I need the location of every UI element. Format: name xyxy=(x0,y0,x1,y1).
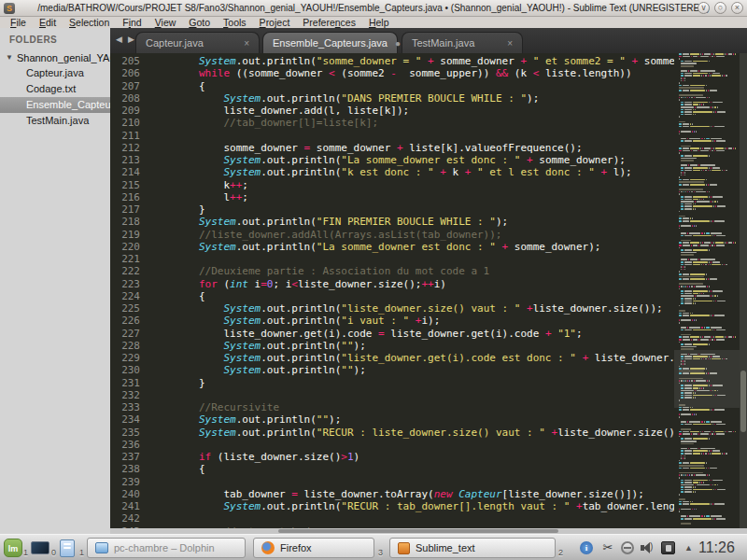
menu-view[interactable]: View xyxy=(148,17,183,28)
minimap-viewport[interactable] xyxy=(674,350,740,408)
clipboard-tray-icon[interactable]: ✂ xyxy=(600,540,615,555)
code-line[interactable]: 232 xyxy=(110,389,674,401)
minimap-line xyxy=(674,269,740,271)
tab-Capteur.java[interactable]: Capteur.java× xyxy=(135,32,260,53)
folder-view-button[interactable] xyxy=(56,537,78,559)
code-line[interactable]: 238 { xyxy=(110,463,674,475)
code-line[interactable]: 219 //liste_downer.addAll(Arrays.asList(… xyxy=(110,229,674,241)
code-line[interactable]: 226 System.out.println("i vaut : " +i); xyxy=(110,315,674,327)
minimize-button[interactable]: ∨ xyxy=(698,2,710,14)
window-titlebar[interactable]: S /media/BATHROW/Cours/PROJET S8/Fano3/S… xyxy=(0,0,747,17)
code-line[interactable]: 215 k++; xyxy=(110,179,674,191)
tab-scroll-left-icon[interactable]: ◀ xyxy=(116,35,122,44)
code-line[interactable]: 218 System.out.println("FIN PREMIER BOUC… xyxy=(110,216,674,228)
code-line[interactable]: 221 xyxy=(110,253,674,265)
show-desktop-button[interactable] xyxy=(29,537,51,559)
code-editor[interactable]: 205 System.out.println("somme_downer = "… xyxy=(110,53,747,534)
menu-file[interactable]: File xyxy=(4,17,33,28)
code-line[interactable]: 237 if (liste_downer.size()>1) xyxy=(110,451,674,463)
code-area[interactable]: 205 System.out.println("somme_downer = "… xyxy=(110,55,674,534)
code-line[interactable]: 213 System.out.println("La somme_downer … xyxy=(110,154,674,166)
code-line[interactable]: 230 System.out.println(""); xyxy=(110,364,674,376)
clock[interactable]: 11:26 xyxy=(698,535,735,560)
menu-find[interactable]: Find xyxy=(116,17,148,28)
code-line[interactable]: 233 //Recursivite xyxy=(110,401,674,413)
code-line[interactable]: 241 System.out.println("RECUR : tab_down… xyxy=(110,500,674,512)
sidebar-file-Codage.txt[interactable]: Codage.txt xyxy=(0,81,110,97)
minimap-line xyxy=(674,147,740,149)
task-button-dolphin[interactable]: pc-chambre – Dolphin xyxy=(87,538,246,558)
vertical-scrollbar[interactable] xyxy=(740,53,747,528)
notifications-tray-icon[interactable]: i xyxy=(579,540,594,555)
mint-menu-button[interactable]: lm xyxy=(2,537,24,559)
code-line[interactable]: 217 } xyxy=(110,203,674,216)
code-line[interactable]: 227 liste_downer.get(i).code = liste_dow… xyxy=(110,328,674,340)
menu-preferences[interactable]: Preferences xyxy=(296,17,362,28)
vertical-scrollbar-thumb[interactable] xyxy=(740,371,746,432)
code-line[interactable]: 228 System.out.println(""); xyxy=(110,340,674,352)
task-button-sublime[interactable]: Sublime_text xyxy=(389,538,556,558)
minimap-line xyxy=(674,102,740,104)
minimap-line xyxy=(674,164,740,166)
menu-goto[interactable]: Goto xyxy=(182,17,217,28)
code-line[interactable]: 211 xyxy=(110,130,674,142)
sidebar-file-Ensemble_Capteurs.java[interactable]: Ensemble_Capteurs.java xyxy=(0,97,110,113)
code-line[interactable]: 224 { xyxy=(110,290,674,302)
code-line[interactable]: 208 System.out.println("DANS PREMIER BOU… xyxy=(110,92,674,105)
code-line[interactable]: 220 System.out.println("La somme_downer … xyxy=(110,241,674,253)
sidebar-root-folder[interactable]: ▼ Shannon_genial_YAOUH! xyxy=(0,49,110,65)
code-line[interactable]: 222 //Deuxieme partie : Association du m… xyxy=(110,265,674,277)
panel-expand-arrow-icon[interactable]: ▲ xyxy=(684,543,693,553)
minimap-line xyxy=(674,431,740,433)
close-icon[interactable]: × xyxy=(244,38,249,49)
minimap-line xyxy=(674,193,740,195)
code-line[interactable]: 225 System.out.println("liste_downer.siz… xyxy=(110,302,674,315)
code-line[interactable]: 209 liste_downer.add(l, liste[k]); xyxy=(110,105,674,117)
menu-help[interactable]: Help xyxy=(362,17,396,28)
chevron-down-icon[interactable]: ▼ xyxy=(6,53,13,62)
sidebar-file-Capteur.java[interactable]: Capteur.java xyxy=(0,65,110,81)
code-line[interactable]: 206 while ((somme_downer < (somme2 - som… xyxy=(110,67,674,79)
code-line[interactable]: 214 System.out.println("k est donc : " +… xyxy=(110,166,674,178)
volume-tray-icon[interactable]: ) xyxy=(640,540,655,555)
code-line[interactable]: 239 xyxy=(110,476,674,488)
code-line[interactable]: 242 xyxy=(110,512,674,525)
device-notifier-tray-icon[interactable] xyxy=(660,540,675,555)
horizontal-scrollbar-thumb[interactable] xyxy=(278,529,558,533)
code-line[interactable]: 223 for (int i=0; i<liste_downer.size();… xyxy=(110,278,674,290)
menu-tools[interactable]: Tools xyxy=(217,17,253,28)
line-number: 220 xyxy=(110,241,149,253)
line-number: 242 xyxy=(110,512,149,525)
maximize-button[interactable]: ○ xyxy=(714,2,726,14)
code-line[interactable]: 236 xyxy=(110,439,674,451)
close-button[interactable]: × xyxy=(731,2,743,14)
task-button-firefox[interactable]: Firefox xyxy=(253,538,374,558)
menu-project[interactable]: Project xyxy=(253,17,297,28)
modified-dot-icon[interactable]: ● xyxy=(395,38,401,49)
tab-TestMain.java[interactable]: TestMain.java× xyxy=(402,32,523,53)
desktop-icon xyxy=(31,541,49,554)
minimap-line xyxy=(674,307,740,309)
sidebar-file-TestMain.java[interactable]: TestMain.java xyxy=(0,113,110,129)
close-icon[interactable]: × xyxy=(507,38,513,49)
code-line[interactable]: 205 System.out.println("somme_downer = "… xyxy=(110,55,674,67)
code-line[interactable]: 207 { xyxy=(110,80,674,92)
code-line[interactable]: 212 somme_downer = somme_downer + liste[… xyxy=(110,142,674,154)
menu-selection[interactable]: Selection xyxy=(63,17,116,28)
code-line[interactable]: 240 tab_downer = liste_downer.toArray(ne… xyxy=(110,488,674,500)
code-line[interactable]: 229 System.out.println("liste_downer.get… xyxy=(110,352,674,364)
menu-edit[interactable]: Edit xyxy=(33,17,63,28)
network-tray-icon[interactable] xyxy=(620,540,635,555)
code-line[interactable]: 234 System.out.println(""); xyxy=(110,413,674,426)
code-line[interactable]: 235 System.out.println("RECUR : liste_do… xyxy=(110,427,674,439)
minimap-line xyxy=(674,310,740,312)
minimap-line xyxy=(674,501,740,503)
tab-Ensemble_Capteurs.java[interactable]: Ensemble_Capteurs.java● xyxy=(262,32,398,53)
code-line[interactable]: 231 } xyxy=(110,377,674,389)
minimap[interactable] xyxy=(674,53,740,534)
minimap-line xyxy=(674,290,740,292)
code-line[interactable]: 210 //tab_downer[l]=liste[k]; xyxy=(110,117,674,129)
minimap-line xyxy=(674,302,740,304)
tab-scroll-right-icon[interactable]: ▶ xyxy=(128,35,134,44)
code-line[interactable]: 216 l++; xyxy=(110,191,674,203)
